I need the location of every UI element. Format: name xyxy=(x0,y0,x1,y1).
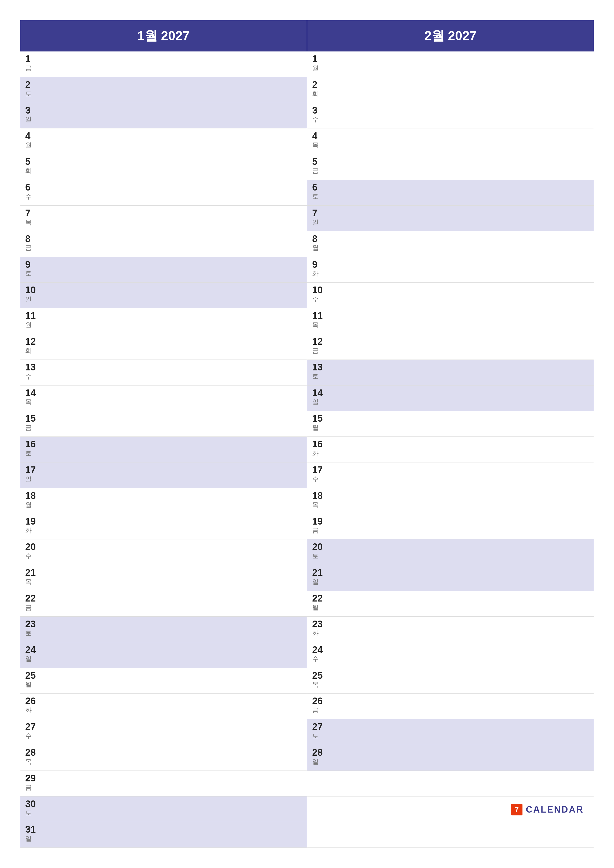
day-label: 목 xyxy=(312,141,589,149)
day-number: 8 xyxy=(312,234,589,244)
day-number: 13 xyxy=(25,362,302,373)
day-number: 9 xyxy=(25,260,302,270)
day-label: 금 xyxy=(25,784,302,791)
jan-day-30: 30토 xyxy=(20,797,307,822)
day-number: 14 xyxy=(25,388,302,398)
jan-day-16: 16토 xyxy=(20,437,307,462)
jan-day-20: 20수 xyxy=(20,539,307,565)
day-label: 월 xyxy=(25,141,302,149)
day-label: 화 xyxy=(25,707,302,714)
day-label: 일 xyxy=(312,758,589,766)
jan-day-11: 11월 xyxy=(20,308,307,334)
jan-day-7: 7목 xyxy=(20,206,307,231)
feb-day-6: 6토 xyxy=(307,180,594,206)
day-number: 23 xyxy=(312,619,589,629)
jan-day-17: 17일 xyxy=(20,462,307,488)
day-number: 23 xyxy=(25,619,302,629)
day-label: 수 xyxy=(25,373,302,380)
day-label: 수 xyxy=(312,295,589,303)
jan-day-18: 18월 xyxy=(20,488,307,514)
jan-day-2: 2토 xyxy=(20,77,307,103)
jan-day-8: 8금 xyxy=(20,231,307,257)
day-number: 24 xyxy=(312,645,589,655)
feb-day-3: 3수 xyxy=(307,103,594,129)
day-label: 일 xyxy=(25,475,302,483)
feb-day-1: 1월 xyxy=(307,51,594,77)
day-label: 월 xyxy=(25,501,302,509)
day-label: 토 xyxy=(25,809,302,817)
feb-day-17: 17수 xyxy=(307,462,594,488)
day-number: 27 xyxy=(25,722,302,732)
day-number: 11 xyxy=(25,311,302,321)
logo-icon-inline: 7 xyxy=(510,803,523,816)
day-number: 25 xyxy=(25,671,302,681)
day-label: 일 xyxy=(312,578,589,586)
feb-day-8: 8월 xyxy=(307,231,594,257)
feb-day-25: 25목 xyxy=(307,668,594,694)
day-number: 3 xyxy=(25,105,302,116)
day-number: 3 xyxy=(312,105,589,116)
day-label: 수 xyxy=(25,732,302,740)
jan-day-23: 23토 xyxy=(20,617,307,642)
day-number: 20 xyxy=(25,542,302,552)
day-number: 15 xyxy=(25,414,302,424)
day-number: 21 xyxy=(25,567,302,578)
day-label: 월 xyxy=(312,424,589,431)
feb-empty-2 xyxy=(307,822,594,848)
svg-text:7: 7 xyxy=(515,805,519,814)
day-label: 토 xyxy=(312,193,589,200)
feb-day-18: 18목 xyxy=(307,488,594,514)
day-number: 2 xyxy=(312,80,589,90)
jan-day-10: 10일 xyxy=(20,282,307,308)
day-label: 목 xyxy=(312,321,589,329)
day-number: 17 xyxy=(25,465,302,475)
feb-day-14: 14일 xyxy=(307,386,594,411)
day-number: 17 xyxy=(312,465,589,475)
jan-day-31: 31일 xyxy=(20,822,307,848)
jan-day-13: 13수 xyxy=(20,360,307,386)
calendar-container: 1월 2027 2월 2027 1금2토3일4월5화6수7목8금9토10일11월… xyxy=(20,20,594,848)
day-number: 4 xyxy=(312,131,589,141)
day-number: 20 xyxy=(312,542,589,552)
day-label: 수 xyxy=(25,193,302,200)
day-number: 15 xyxy=(312,414,589,424)
jan-day-28: 28목 xyxy=(20,745,307,771)
day-label: 금 xyxy=(312,347,589,355)
day-label: 금 xyxy=(25,424,302,431)
day-number: 8 xyxy=(25,234,302,244)
feb-day-15: 15월 xyxy=(307,411,594,437)
day-label: 토 xyxy=(312,732,589,740)
day-label: 월 xyxy=(25,681,302,688)
day-label: 금 xyxy=(25,64,302,72)
jan-day-5: 5화 xyxy=(20,154,307,180)
day-label: 목 xyxy=(312,501,589,509)
feb-empty-0 xyxy=(307,771,594,797)
day-label: 수 xyxy=(25,552,302,560)
jan-day-27: 27수 xyxy=(20,719,307,745)
jan-day-15: 15금 xyxy=(20,411,307,437)
day-label: 토 xyxy=(25,450,302,457)
day-label: 토 xyxy=(25,629,302,637)
day-number: 4 xyxy=(25,131,302,141)
day-label: 수 xyxy=(312,116,589,123)
day-number: 2 xyxy=(25,80,302,90)
day-number: 25 xyxy=(312,671,589,681)
day-number: 5 xyxy=(25,157,302,167)
feb-day-20: 20토 xyxy=(307,539,594,565)
day-label: 화 xyxy=(312,629,589,637)
inline-logo: 7CALENDAR xyxy=(312,799,589,820)
feb-day-4: 4목 xyxy=(307,129,594,154)
feb-day-16: 16화 xyxy=(307,437,594,462)
day-label: 목 xyxy=(25,398,302,406)
day-label: 목 xyxy=(25,578,302,586)
day-label: 수 xyxy=(312,655,589,663)
day-label: 토 xyxy=(312,373,589,380)
jan-day-22: 22금 xyxy=(20,591,307,617)
day-label: 월 xyxy=(312,64,589,72)
day-label: 화 xyxy=(25,527,302,534)
day-number: 21 xyxy=(312,567,589,578)
feb-day-27: 27토 xyxy=(307,719,594,745)
day-label: 일 xyxy=(312,219,589,226)
day-number: 28 xyxy=(25,747,302,758)
day-label: 목 xyxy=(25,758,302,766)
